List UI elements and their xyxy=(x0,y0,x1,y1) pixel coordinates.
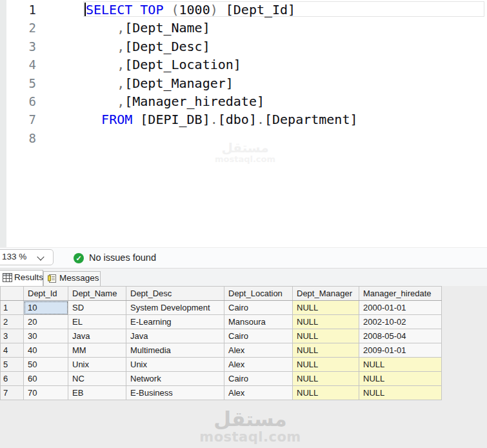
grid-cell[interactable]: 20 xyxy=(24,315,68,329)
grid-header-cell[interactable]: Dept_Manager xyxy=(293,287,359,301)
grid-cell[interactable]: EL xyxy=(68,315,126,329)
tab-messages-label: Messages xyxy=(59,273,99,283)
code-line[interactable]: 1SELECT TOP (1000) [Dept_Id] xyxy=(0,1,487,19)
grid-cell[interactable]: NULL xyxy=(359,386,442,400)
code-token: . xyxy=(210,112,218,127)
code-token xyxy=(132,2,140,17)
grid-cell[interactable]: Unix xyxy=(68,358,126,372)
grid-cell[interactable]: NULL xyxy=(293,358,359,372)
grid-row-number[interactable]: 7 xyxy=(1,386,24,400)
grid-cell[interactable]: Multimedia xyxy=(126,343,224,358)
code-token: FROM xyxy=(101,112,132,127)
grid-corner-cell[interactable] xyxy=(1,287,24,301)
grid-cell[interactable]: NULL xyxy=(293,329,359,343)
ssms-window: 1SELECT TOP (1000) [Dept_Id]2 ,[Dept_Nam… xyxy=(0,0,487,448)
line-number[interactable]: 5 xyxy=(0,74,36,92)
results-panel: Dept_IdDept_NameDept_DescDept_LocationDe… xyxy=(0,286,487,448)
grid-row-number[interactable]: 5 xyxy=(1,358,24,372)
grid-cell[interactable]: Unix xyxy=(126,358,224,372)
grid-header-cell[interactable]: Dept_Desc xyxy=(126,287,224,301)
zoom-dropdown[interactable]: 133 % xyxy=(0,249,54,265)
grid-cell[interactable]: NULL xyxy=(293,301,359,315)
grid-row-number[interactable]: 3 xyxy=(1,329,24,343)
grid-cell[interactable]: 60 xyxy=(24,372,68,386)
grid-cell[interactable]: 30 xyxy=(24,329,68,343)
grid-cell[interactable]: System Development xyxy=(126,301,224,315)
grid-cell[interactable]: Cairo xyxy=(224,301,293,315)
grid-row-number[interactable]: 1 xyxy=(1,301,24,315)
code-lines[interactable]: 1SELECT TOP (1000) [Dept_Id]2 ,[Dept_Nam… xyxy=(0,1,487,147)
grid-cell[interactable]: EB xyxy=(68,386,126,400)
grid-cell[interactable]: 50 xyxy=(24,358,68,372)
code-line[interactable]: 7 FROM [DEPI_DB].[dbo].[Department] xyxy=(0,110,487,128)
grid-cell[interactable]: Mansoura xyxy=(224,315,293,329)
code-text: FROM [DEPI_DB].[dbo].[Department] xyxy=(86,110,358,128)
grid-cell[interactable]: Alex xyxy=(224,358,293,372)
grid-cell[interactable]: NC xyxy=(68,372,126,386)
grid-cell[interactable]: 2008-05-04 xyxy=(359,329,442,343)
grid-cell[interactable]: 2002-10-02 xyxy=(359,315,442,329)
grid-cell[interactable]: NULL xyxy=(293,386,359,400)
grid-cell[interactable]: NULL xyxy=(359,358,442,372)
code-line[interactable]: 5 ,[Dept_Manager] xyxy=(0,74,487,92)
tab-messages[interactable]: Messages xyxy=(43,271,101,286)
code-token: 1000 xyxy=(179,2,210,17)
grid-row-number[interactable]: 4 xyxy=(1,343,24,358)
grid-cell[interactable]: E-Business xyxy=(126,386,224,400)
grid-header-cell[interactable]: Dept_Name xyxy=(68,287,126,301)
code-line[interactable]: 6 ,[Manager_hiredate] xyxy=(0,92,487,110)
grid-row: 220ELE-LearningMansouraNULL2002-10-02 xyxy=(1,315,442,329)
code-line[interactable]: 3 ,[Dept_Desc] xyxy=(0,37,487,56)
grid-row: 440MMMultimediaAlexNULL2009-01-01 xyxy=(1,343,442,358)
grid-cell[interactable]: Java xyxy=(126,329,224,343)
grid-row-number[interactable]: 6 xyxy=(1,372,24,386)
grid-cell[interactable]: Cairo xyxy=(224,372,293,386)
code-token xyxy=(86,39,117,54)
check-circle-icon: ✓ xyxy=(74,253,84,263)
code-token xyxy=(86,57,117,72)
grid-cell[interactable]: 40 xyxy=(24,343,68,358)
grid-cell[interactable]: NULL xyxy=(359,372,442,386)
grid-cell[interactable]: NULL xyxy=(293,315,359,329)
code-line[interactable]: 2 ,[Dept_Name] xyxy=(0,19,487,37)
grid-row: 110SDSystem DevelopmentCairoNULL2000-01-… xyxy=(1,301,442,315)
code-text: SELECT TOP (1000) [Dept_Id] xyxy=(86,1,295,19)
line-number[interactable]: 4 xyxy=(0,56,36,74)
line-number[interactable]: 3 xyxy=(0,37,36,56)
grid-cell[interactable]: Cairo xyxy=(224,329,293,343)
results-grid[interactable]: Dept_IdDept_NameDept_DescDept_LocationDe… xyxy=(0,286,487,400)
grid-cell[interactable]: 10 xyxy=(24,301,68,315)
grid-cell[interactable]: Alex xyxy=(224,343,293,358)
grid-cell[interactable]: NULL xyxy=(293,343,359,358)
code-text: ,[Dept_Location] xyxy=(86,56,241,74)
grid-cell[interactable]: Network xyxy=(126,372,224,386)
code-line[interactable]: 8 xyxy=(0,129,487,147)
grid-header-cell[interactable]: Dept_Location xyxy=(224,287,293,301)
grid-cell[interactable]: SD xyxy=(68,301,126,315)
sql-editor[interactable]: 1SELECT TOP (1000) [Dept_Id]2 ,[Dept_Nam… xyxy=(0,0,487,247)
grid-cell[interactable]: 70 xyxy=(24,386,68,400)
line-number[interactable]: 6 xyxy=(0,92,36,110)
code-line[interactable]: 4 ,[Dept_Location] xyxy=(0,56,487,74)
code-token: [Manager_hiredate] xyxy=(124,94,264,109)
grid-cell[interactable]: NULL xyxy=(293,372,359,386)
code-token: [Dept_Name] xyxy=(124,20,210,36)
grid-row-number[interactable]: 2 xyxy=(1,315,24,329)
code-token xyxy=(86,94,117,109)
line-number[interactable]: 1 xyxy=(0,1,36,19)
line-number[interactable]: 8 xyxy=(0,129,36,147)
line-number[interactable]: 2 xyxy=(0,19,36,37)
grid-cell[interactable]: Alex xyxy=(224,386,293,400)
code-token: ( xyxy=(171,2,179,17)
grid-cell[interactable]: 2009-01-01 xyxy=(359,343,442,358)
line-number[interactable]: 7 xyxy=(0,110,36,128)
code-token: . xyxy=(257,112,264,127)
code-token: SELECT xyxy=(86,2,132,17)
grid-header-cell[interactable]: Manager_hiredate xyxy=(359,287,442,301)
grid-header-cell[interactable]: Dept_Id xyxy=(24,287,68,301)
tab-results[interactable]: Results xyxy=(0,270,43,286)
grid-cell[interactable]: Java xyxy=(68,329,126,343)
grid-cell[interactable]: 2000-01-01 xyxy=(359,301,442,315)
grid-cell[interactable]: MM xyxy=(68,343,126,358)
grid-cell[interactable]: E-Learning xyxy=(126,315,224,329)
